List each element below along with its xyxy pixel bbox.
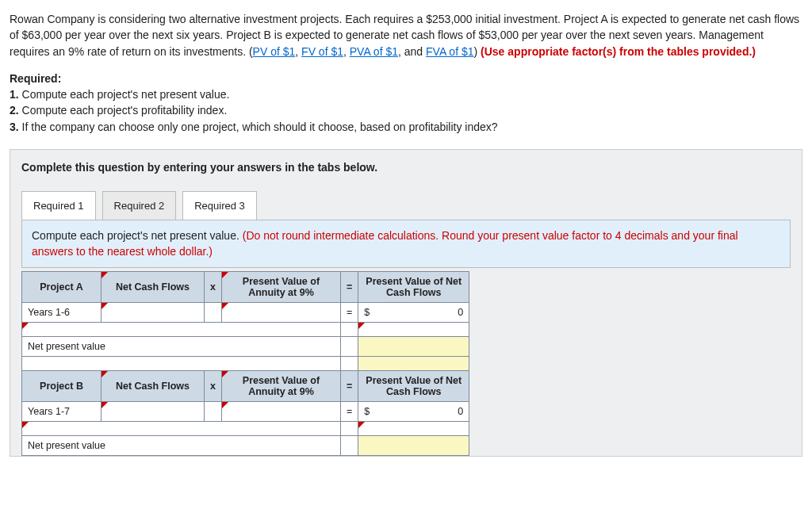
dropdown-icon bbox=[22, 422, 29, 428]
spacer-a-v bbox=[358, 357, 469, 371]
input-ncf-b[interactable] bbox=[102, 402, 205, 422]
input-pva-b[interactable] bbox=[221, 402, 340, 422]
fv-link[interactable]: FV of $1 bbox=[301, 45, 343, 58]
dropdown-icon bbox=[358, 323, 365, 329]
dropdown-icon bbox=[222, 402, 228, 408]
row-npv-b-label: Net present value bbox=[22, 436, 341, 456]
problem-statement: Rowan Company is considering two alterna… bbox=[10, 11, 802, 59]
val-npv-b bbox=[358, 436, 469, 456]
dropdown-icon bbox=[222, 303, 228, 309]
required-block: Required: 1. 1. Compute each project's n… bbox=[10, 71, 802, 135]
input-extra-b1v[interactable] bbox=[358, 422, 469, 436]
tab-required-1[interactable]: Required 1 bbox=[21, 191, 96, 220]
required-3: 3. If the company can choose only one pr… bbox=[10, 119, 802, 135]
dropdown-icon bbox=[358, 422, 365, 428]
input-extra-a1v[interactable] bbox=[358, 323, 469, 337]
hdr-pvn-a: Present Value of Net Cash Flows bbox=[358, 272, 469, 303]
hdr-pva-b[interactable]: Present Value of Annuity at 9% bbox=[221, 371, 340, 402]
dropdown-icon bbox=[222, 371, 228, 377]
required-2: 2. Compute each project's profitability … bbox=[10, 102, 802, 118]
use-tables-note: (Use appropriate factor(s) from the tabl… bbox=[481, 45, 756, 58]
dropdown-icon bbox=[102, 371, 108, 377]
input-pva-a[interactable] bbox=[221, 303, 340, 323]
input-extra-b1[interactable] bbox=[22, 422, 341, 436]
row-years-b-label: Years 1-7 bbox=[22, 402, 102, 422]
dropdown-icon bbox=[22, 323, 29, 329]
pv-link[interactable]: PV of $1 bbox=[253, 45, 296, 58]
dropdown-icon bbox=[102, 402, 108, 408]
table-project-b: Project B Net Cash Flows x Present Value… bbox=[21, 370, 469, 456]
row-npv-a-label: Net present value bbox=[22, 337, 341, 357]
tab-content-prompt: Compute each project's net present value… bbox=[21, 220, 791, 268]
op-eq-a: = bbox=[340, 303, 358, 323]
op-eq-b: = bbox=[340, 402, 358, 422]
hdr-x-a: x bbox=[205, 272, 222, 303]
dropdown-icon bbox=[102, 303, 108, 309]
val-npv-a bbox=[358, 337, 469, 357]
tab-prompt-a: Compute each project's net present value… bbox=[32, 229, 243, 242]
worksheet: Project A Net Cash Flows x Present Value… bbox=[21, 271, 791, 456]
tabs-instruction: Complete this question by entering your … bbox=[21, 161, 791, 174]
row-years-a-label: Years 1-6 bbox=[22, 303, 102, 323]
required-heading: Required: bbox=[10, 71, 802, 86]
pva-link[interactable]: PVA of $1 bbox=[350, 45, 398, 58]
op-x-b bbox=[205, 402, 222, 422]
hdr-ncf-a[interactable]: Net Cash Flows bbox=[102, 272, 205, 303]
tabs-row: Required 1 Required 2 Required 3 bbox=[21, 191, 791, 220]
hdr-project-a: Project A bbox=[22, 272, 102, 303]
dropdown-icon bbox=[102, 272, 108, 278]
hdr-pva-a[interactable]: Present Value of Annuity at 9% bbox=[221, 272, 340, 303]
op-x-a bbox=[205, 303, 222, 323]
hdr-pvn-b: Present Value of Net Cash Flows bbox=[358, 371, 469, 402]
hdr-ncf-b[interactable]: Net Cash Flows bbox=[102, 371, 205, 402]
dropdown-icon bbox=[222, 272, 228, 278]
tab-required-3[interactable]: Required 3 bbox=[182, 191, 257, 220]
hdr-project-b: Project B bbox=[22, 371, 102, 402]
hdr-eq-a: = bbox=[340, 272, 358, 303]
input-ncf-a[interactable] bbox=[102, 303, 205, 323]
tabs-container: Complete this question by entering your … bbox=[10, 149, 802, 457]
val-pvn-a: $0 bbox=[358, 303, 469, 323]
hdr-x-b: x bbox=[205, 371, 222, 402]
table-project-a: Project A Net Cash Flows x Present Value… bbox=[21, 271, 469, 371]
spacer-a bbox=[22, 357, 341, 371]
required-1: 1. 1. Compute each project's net present… bbox=[10, 86, 802, 102]
tab-required-2[interactable]: Required 2 bbox=[102, 191, 177, 220]
input-extra-a1[interactable] bbox=[22, 323, 341, 337]
hdr-eq-b: = bbox=[340, 371, 358, 402]
fva-link[interactable]: FVA of $1 bbox=[426, 45, 473, 58]
val-pvn-b: $0 bbox=[358, 402, 469, 422]
